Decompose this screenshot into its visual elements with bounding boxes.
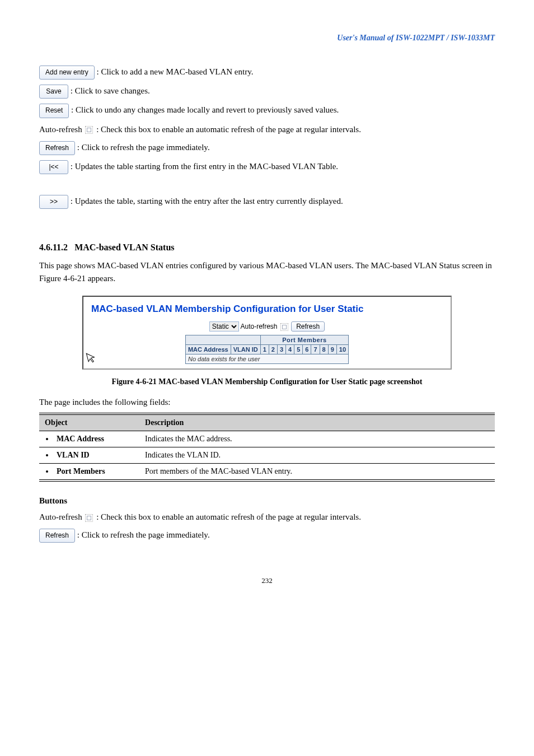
auto-refresh-checkbox-icon-2[interactable] (85, 514, 93, 522)
fields-head-description: Description (139, 414, 495, 431)
add-new-entry-button[interactable]: Add new entry (39, 66, 95, 80)
auto-refresh-checkbox-icon[interactable] (85, 126, 93, 134)
reset-button[interactable]: Reset (39, 104, 69, 118)
table-row: MAC Address Indicates the MAC address. (39, 431, 495, 447)
col-port-9: 9 (328, 345, 336, 354)
refresh-button[interactable]: Refresh (39, 141, 75, 155)
auto-refresh-label: Auto-refresh (39, 125, 82, 134)
col-port-1: 1 (260, 345, 269, 354)
figure-auto-refresh-checkbox[interactable] (280, 323, 288, 331)
fields-intro: The page includes the following fields: (39, 398, 495, 407)
auto-refresh-desc-2: : Check this box to enable an automatic … (96, 512, 361, 521)
figure-title: MAC-based VLAN Membership Configuration … (91, 304, 444, 315)
fields-table: Object Description MAC Address Indicates… (39, 413, 495, 482)
obj-vlan-id: VLAN ID (46, 451, 134, 460)
save-button[interactable]: Save (39, 85, 68, 99)
add-new-entry-desc: : Click to add a new MAC-based VLAN entr… (96, 67, 253, 76)
col-port-2: 2 (269, 345, 277, 354)
user-type-select[interactable]: Static (209, 321, 239, 332)
page-number: 232 (39, 576, 495, 585)
section-paragraph: This page shows MAC-based VLAN entries c… (39, 259, 495, 284)
section-title-text: MAC-based VLAN Status (74, 242, 174, 252)
col-mac-address: MAC Address (185, 345, 231, 354)
figure-container: MAC-based VLAN Membership Configuration … (82, 296, 452, 386)
page-header: User's Manual of ISW-1022MPT / ISW-1033M… (39, 34, 495, 43)
page-first-button[interactable]: |<< (39, 160, 68, 174)
col-vlan-id: VLAN ID (231, 345, 260, 354)
port-members-header: Port Members (260, 335, 348, 345)
page-first-desc: : Updates the table starting from the fi… (71, 162, 338, 171)
refresh-desc: : Click to refresh the page immediately. (77, 143, 210, 152)
section-para-main: This page shows MAC-based VLAN entries c… (39, 261, 492, 270)
refresh-desc-2: : Click to refresh the page immediately. (77, 530, 210, 539)
col-port-4: 4 (286, 345, 294, 354)
desc-vlan-id: Indicates the VLAN ID. (139, 447, 495, 464)
figure-auto-refresh-label: Auto-refresh (240, 323, 277, 330)
table-row: Port Members Port members of the MAC-bas… (39, 464, 495, 481)
section-number: 4.6.11.2 (39, 242, 68, 252)
cursor-icon (85, 350, 99, 367)
figure-caption: Figure 4-6-21 MAC-based VLAN Membership … (82, 377, 452, 386)
desc-port-members: Port members of the MAC-based VLAN entry… (139, 464, 495, 481)
col-port-6: 6 (303, 345, 311, 354)
save-desc: : Click to save changes. (71, 86, 150, 95)
col-port-7: 7 (311, 345, 320, 354)
section-para-tail: appears. (88, 274, 116, 283)
refresh-button-2[interactable]: Refresh (39, 529, 75, 543)
col-port-8: 8 (320, 345, 328, 354)
fields-head-object: Object (39, 414, 139, 431)
desc-mac-address: Indicates the MAC address. (139, 431, 495, 447)
obj-mac-address: MAC Address (46, 435, 134, 444)
figure-refresh-button[interactable]: Refresh (291, 321, 325, 332)
obj-port-members: Port Members (46, 467, 134, 476)
section-heading: 4.6.11.2 MAC-based VLAN Status (39, 242, 495, 253)
col-port-3: 3 (277, 345, 285, 354)
col-port-10: 10 (336, 345, 348, 354)
reset-desc: : Click to undo any changes made locally… (71, 105, 339, 114)
figure-table: Port Members MAC Address VLAN ID 1 2 3 4… (185, 335, 349, 364)
col-port-5: 5 (294, 345, 303, 354)
buttons-heading: Buttons (39, 496, 495, 506)
figure-ref: Figure 4-6-21 (39, 274, 86, 283)
table-row: VLAN ID Indicates the VLAN ID. (39, 447, 495, 464)
figure-empty-message: No data exists for the user (185, 354, 348, 364)
page-next-desc: : Updates the table, starting with the e… (71, 197, 343, 206)
auto-refresh-desc: : Check this box to enable an automatic … (96, 125, 361, 134)
auto-refresh-label-2: Auto-refresh (39, 512, 82, 521)
page-next-button[interactable]: >> (39, 195, 68, 209)
